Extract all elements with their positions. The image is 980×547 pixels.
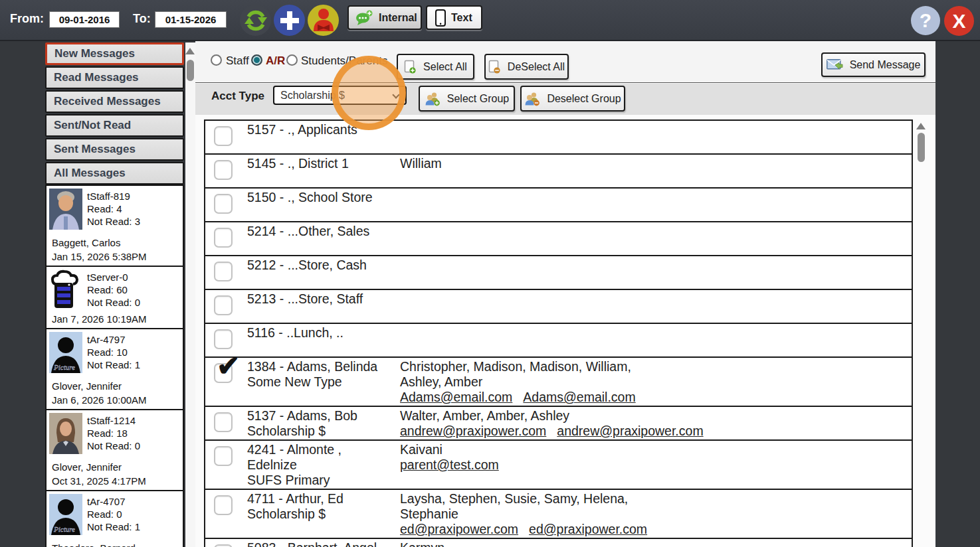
email-link[interactable]: ed@praxipower.com [400, 522, 518, 536]
email-link[interactable]: andrew@praxipower.com [400, 424, 546, 438]
button-label: DeSelect All [508, 61, 565, 73]
sidebar-item-label: Received Messages [54, 95, 161, 108]
svg-text:Picture: Picture [53, 525, 75, 533]
recipient-checkbox[interactable]: ✔ [214, 363, 233, 383]
recipient-checkbox[interactable] [214, 228, 233, 248]
recipient-account: 5145 - ., District 1 [247, 156, 400, 171]
scroll-up-arrow[interactable] [916, 123, 926, 129]
message-card[interactable]: tServer-0Read: 60Not Read: 0Jan 7, 2026 … [45, 266, 184, 329]
sidebar-item-sent-messages[interactable]: Sent Messages [45, 138, 184, 161]
recipient-checkbox[interactable] [214, 329, 233, 349]
email-link[interactable]: Adams@email.com [523, 390, 635, 404]
recipient-checkbox[interactable] [214, 446, 233, 466]
message-date: Jan 6, 2026 10:00AM [52, 394, 180, 406]
sidebar-item-all-messages[interactable]: All Messages [45, 162, 184, 185]
checkmark-icon: ✔ [217, 352, 240, 380]
sidebar-item-received-messages[interactable]: Received Messages [45, 90, 184, 113]
silhouette-photo: Picture [49, 494, 82, 535]
to-label: To: [133, 12, 151, 26]
add-button[interactable] [274, 5, 305, 36]
select-group-button[interactable]: Select Group [419, 86, 515, 112]
recipient-row: 5213 - ...Store, Staff [204, 289, 913, 324]
message-card[interactable]: tStaff-819Read: 4Not Read: 3Baggett, Car… [45, 185, 184, 267]
email-link[interactable]: ed@praxipower.com [529, 522, 647, 536]
recipient-checkbox[interactable] [214, 160, 233, 180]
recipient-account: 4711 - Arthur, EdScholarship $ [247, 491, 400, 522]
from-label: From: [10, 12, 44, 26]
student-names: Walter, Amber, Amber, Ashley [400, 408, 912, 424]
select-all-button[interactable]: Select All [397, 54, 474, 80]
email-link[interactable]: parent@test.com [400, 457, 499, 472]
close-button[interactable]: X [944, 6, 974, 36]
radio-a-r[interactable] [251, 54, 262, 66]
recipient-checkbox[interactable] [214, 412, 233, 432]
message-card[interactable]: PicturetAr-4797Read: 10Not Read: 1Glover… [45, 328, 184, 410]
scrollbar-thumb[interactable] [187, 60, 194, 81]
help-button[interactable]: ? [911, 6, 940, 35]
svg-text:Picture: Picture [53, 363, 75, 371]
read-count: Read: 18 [87, 427, 140, 439]
recipient-row: 5214 - ...Other, Sales [204, 221, 913, 256]
recipient-list: 5157 - ., Applicants5145 - ., District 1… [204, 119, 913, 547]
recipient-checkbox[interactable] [214, 194, 233, 214]
button-label: Select Group [447, 93, 509, 105]
acct-type-select[interactable]: Scholarship $ [273, 86, 407, 105]
student-names: Christopher, Madison, Madison, William, [400, 359, 912, 374]
recipient-checkbox[interactable] [214, 495, 233, 515]
sidebar-item-new-messages[interactable]: New Messages [45, 42, 184, 65]
to-date-input[interactable] [155, 11, 227, 28]
recipient-account: 5214 - ...Other, Sales [247, 224, 400, 239]
message-date: Jan 15, 2026 5:38PM [52, 251, 180, 262]
email-link[interactable]: andrew@praxipower.com [557, 424, 703, 438]
page-minus-icon [488, 60, 501, 74]
chat-bubble-icon [355, 9, 373, 27]
acct-type-row: Acct Type Scholarship $ Select GroupDese… [195, 84, 935, 115]
student-names: Karmyn [400, 540, 912, 547]
not-read-count: Not Read: 3 [87, 215, 140, 228]
recipient-checkbox[interactable] [214, 262, 233, 281]
message-id: tStaff-819 [87, 190, 140, 202]
email-link[interactable]: Adams@email.com [400, 390, 512, 404]
read-count: Read: 0 [87, 508, 140, 520]
sidebar-item-read-messages[interactable]: Read Messages [45, 66, 184, 89]
sidebar-item-sent-not-read[interactable]: Sent/Not Read [45, 114, 184, 137]
recipient-checkbox[interactable] [214, 126, 233, 146]
radio-staff[interactable] [211, 54, 222, 66]
phone-icon [435, 9, 446, 27]
message-card[interactable]: tStaff-1214Read: 18Not Read: 0Glover, Je… [45, 409, 184, 491]
deselect-group-button[interactable]: Deselect Group [520, 86, 625, 112]
radio-label: A/R [266, 54, 285, 68]
message-date: Oct 31, 2025 4:17PM [52, 475, 180, 487]
recipient-account: 5212 - ...Store, Cash [247, 258, 400, 273]
radio-students-parents[interactable] [286, 54, 298, 66]
send-message-button[interactable]: Send Message [821, 52, 926, 77]
internal-button[interactable]: Internal [347, 5, 422, 30]
sender-name: Theodore, Bernard [52, 542, 180, 547]
button-label: Select All [423, 61, 467, 73]
main-scrollbar[interactable] [916, 119, 926, 547]
silhouette-photo: Picture [49, 332, 82, 373]
deselect-all-button[interactable]: DeSelect All [484, 54, 569, 80]
scroll-up-arrow[interactable] [185, 48, 195, 54]
student-names: William [400, 156, 912, 171]
person-button[interactable] [308, 5, 339, 36]
sidebar-scrollbar[interactable] [185, 42, 195, 547]
from-date-input[interactable] [49, 11, 120, 28]
recipient-row: 5116 - ..Lunch, .. [204, 323, 913, 358]
recipient-row: 5083 - Barnhart, AngelKarmyn [204, 538, 913, 547]
recipient-checkbox[interactable] [214, 295, 233, 315]
main-panel: StaffA/RStudents/ParentsSelect AllDeSele… [195, 41, 935, 547]
filter-row: StaffA/RStudents/ParentsSelect AllDeSele… [195, 41, 935, 83]
recipient-row: 5157 - ., Applicants [204, 119, 913, 155]
refresh-button[interactable] [240, 5, 271, 36]
scrollbar-thumb[interactable] [918, 133, 925, 162]
internal-label: Internal [379, 12, 417, 24]
group-minus-icon [524, 92, 540, 106]
text-button[interactable]: Text [426, 5, 482, 30]
server-icon [49, 270, 82, 311]
not-read-count: Not Read: 1 [87, 358, 140, 371]
staff-photo [49, 189, 82, 230]
recipient-checkbox[interactable] [214, 544, 233, 547]
message-card[interactable]: PicturetAr-4707Read: 0Not Read: 1Theodor… [45, 490, 184, 547]
recipient-row: 5137 - Adams, BobScholarship $Walter, Am… [204, 406, 913, 441]
